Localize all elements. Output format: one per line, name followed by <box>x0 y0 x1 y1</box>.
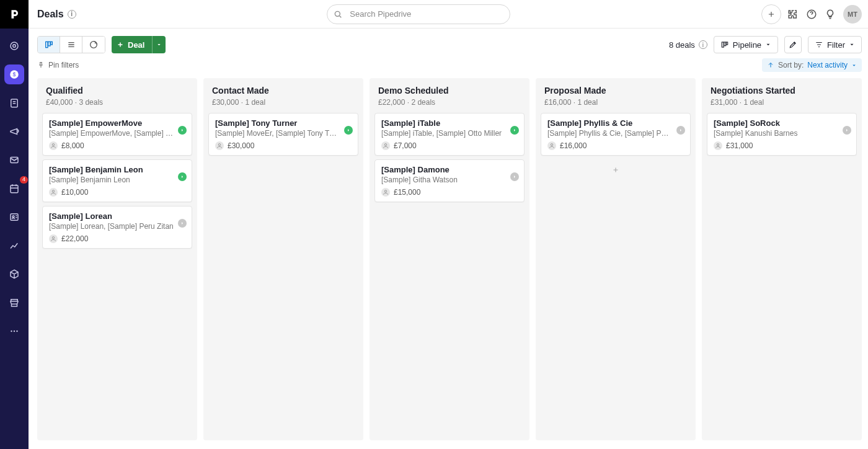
deal-card[interactable]: [Sample] Damone[Sample] Githa Watson£15,… <box>374 159 525 202</box>
deal-amount: £15,000 <box>394 188 420 197</box>
search-wrap <box>327 4 510 24</box>
deal-subtitle: [Sample] Kanushi Barnes <box>714 129 850 138</box>
nav-activities[interactable]: 4 <box>4 179 24 198</box>
deal-card[interactable]: [Sample] Benjamin Leon[Sample] Benjamin … <box>42 159 192 202</box>
subbar: Pin filters Sort by: Next activity <box>29 53 868 78</box>
filter-button[interactable]: Filter <box>808 36 862 53</box>
status-idle-icon[interactable] <box>676 126 685 135</box>
nav-insights[interactable] <box>4 236 24 256</box>
column-title: Qualified <box>41 86 193 96</box>
deal-title: [Sample] Damone <box>381 165 518 174</box>
nav-leads[interactable] <box>4 36 24 56</box>
svg-rect-20 <box>726 42 727 45</box>
deal-title: [Sample] Lorean <box>49 211 185 221</box>
deal-title: [Sample] Phyllis & Cie <box>547 118 684 128</box>
svg-rect-15 <box>48 42 50 46</box>
view-list[interactable] <box>60 37 82 53</box>
pipeline-selector[interactable]: Pipeline <box>714 36 778 53</box>
nav-campaigns[interactable] <box>4 122 24 141</box>
column-title: Contact Made <box>207 86 360 96</box>
person-icon <box>714 141 722 150</box>
svg-point-25 <box>384 144 386 146</box>
deal-subtitle: [Sample] EmpowerMove, [Sample] Gloria Q.… <box>49 129 185 138</box>
nav-more[interactable] <box>4 321 24 341</box>
view-forecast[interactable] <box>82 37 105 53</box>
deal-card[interactable]: [Sample] SoRock[Sample] Kanushi Barnes£3… <box>707 113 857 156</box>
search-input[interactable] <box>327 4 510 24</box>
deal-footer: £7,000 <box>381 141 518 150</box>
chevron-down-icon <box>851 63 857 68</box>
page-title: Deals i <box>37 9 76 20</box>
avatar[interactable]: MT <box>843 5 862 24</box>
add-button[interactable] <box>761 4 781 24</box>
deal-subtitle: [Sample] iTable, [Sample] Otto Miller <box>381 129 518 138</box>
person-icon <box>49 234 58 243</box>
status-active-icon[interactable] <box>510 126 519 135</box>
topbar: Deals i <box>29 0 868 29</box>
status-idle-icon[interactable] <box>510 172 519 181</box>
status-active-icon[interactable] <box>344 126 353 135</box>
column-title: Proposal Made <box>539 86 692 96</box>
view-switch <box>37 36 105 53</box>
deal-footer: £8,000 <box>49 141 185 150</box>
deal-count-info-icon[interactable]: i <box>699 40 707 49</box>
page-title-text: Deals <box>37 9 64 20</box>
column-meta: £16,000 · 1 deal <box>539 96 692 113</box>
puzzle-icon[interactable] <box>787 9 799 20</box>
nav-projects[interactable] <box>4 93 24 113</box>
person-icon <box>215 141 224 150</box>
view-kanban[interactable] <box>38 37 60 53</box>
help-icon[interactable] <box>806 9 817 20</box>
deal-subtitle: [Sample] MoveEr, [Sample] Tony Turner <box>215 129 352 138</box>
status-active-icon[interactable] <box>178 126 187 135</box>
bulb-icon[interactable] <box>825 9 836 20</box>
sort-value: Next activity <box>807 61 848 69</box>
svg-point-10 <box>14 331 15 332</box>
toolbar: Deal 8 deals i Pipeline <box>29 29 868 53</box>
deal-title: [Sample] Tony Turner <box>215 118 352 128</box>
deal-subtitle: [Sample] Lorean, [Sample] Peru Zitan <box>49 222 185 231</box>
sort-prefix: Sort by: <box>778 61 804 69</box>
svg-point-23 <box>52 237 54 239</box>
svg-point-21 <box>52 144 54 146</box>
person-icon <box>547 141 556 150</box>
deal-amount: £16,000 <box>560 141 587 150</box>
deal-card[interactable]: [Sample] Tony Turner[Sample] MoveEr, [Sa… <box>208 113 358 156</box>
nav-marketplace[interactable] <box>4 293 24 313</box>
svg-point-8 <box>12 216 14 218</box>
nav-contacts[interactable] <box>4 207 24 227</box>
status-idle-icon[interactable] <box>843 126 851 135</box>
status-idle-icon[interactable] <box>178 219 187 228</box>
badge-count: 4 <box>20 176 28 184</box>
deal-footer: £22,000 <box>49 234 185 243</box>
deal-footer: £15,000 <box>381 188 518 197</box>
deal-card[interactable]: [Sample] Phyllis & Cie[Sample] Phyllis &… <box>541 113 691 156</box>
svg-point-9 <box>11 331 12 332</box>
nav-deals[interactable]: $ <box>4 64 24 84</box>
new-deal-button[interactable]: Deal <box>112 36 152 53</box>
deal-amount: £31,000 <box>726 141 753 150</box>
deal-subtitle: [Sample] Benjamin Leon <box>49 176 185 184</box>
sort-selector[interactable]: Sort by: Next activity <box>762 58 862 72</box>
deal-card[interactable]: [Sample] EmpowerMove[Sample] EmpowerMove… <box>42 113 192 156</box>
nav-mail[interactable] <box>4 150 24 170</box>
add-deal-slot[interactable] <box>539 159 692 180</box>
deal-card[interactable]: [Sample] Lorean[Sample] Lorean, [Sample]… <box>42 206 192 249</box>
deal-card[interactable]: [Sample] iTable[Sample] iTable, [Sample]… <box>374 113 525 156</box>
info-icon[interactable]: i <box>68 10 76 19</box>
svg-point-28 <box>717 144 719 146</box>
nav-products[interactable] <box>4 264 24 284</box>
status-active-icon[interactable] <box>178 172 187 181</box>
pin-filters[interactable]: Pin filters <box>37 61 79 69</box>
column-meta: £31,000 · 1 deal <box>706 96 858 113</box>
new-deal-caret[interactable] <box>152 36 166 53</box>
svg-rect-18 <box>722 42 724 47</box>
svg-rect-16 <box>50 42 52 45</box>
search-icon <box>333 9 343 19</box>
svg-point-26 <box>384 190 386 192</box>
logo[interactable] <box>0 0 29 29</box>
svg-point-27 <box>551 144 552 146</box>
person-icon <box>381 141 390 150</box>
edit-pipeline-button[interactable] <box>784 36 802 53</box>
deal-count-text: 8 deals <box>669 40 695 50</box>
